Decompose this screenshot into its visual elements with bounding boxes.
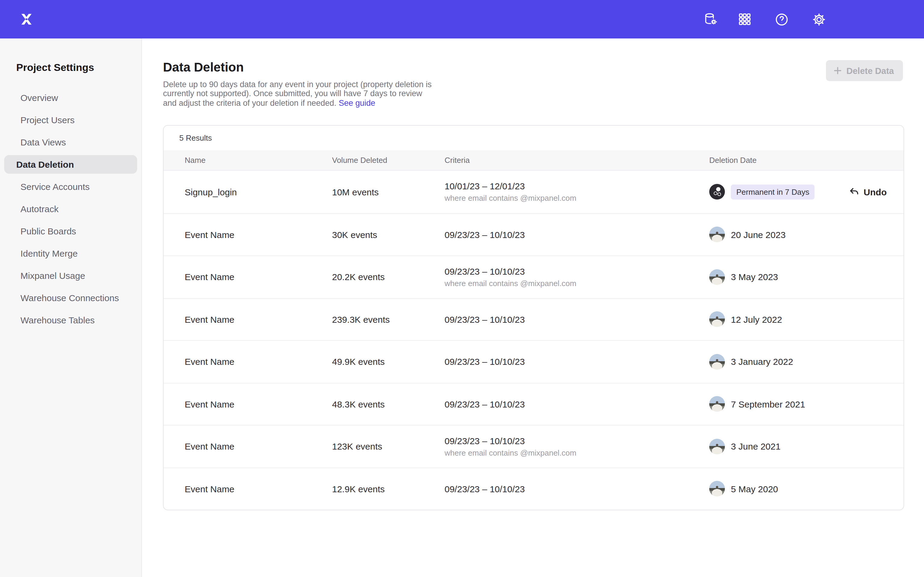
criteria-filter: where email contains @mixpanel.com xyxy=(444,279,709,288)
row-criteria: 09/23/23 – 10/10/23 xyxy=(444,357,709,367)
avatar xyxy=(709,396,725,412)
app-root: Project Settings Overview Project Users … xyxy=(0,0,924,577)
avatar xyxy=(709,312,725,327)
sidebar-item-data-views[interactable]: Data Views xyxy=(4,131,137,153)
sidebar-item-overview[interactable]: Overview xyxy=(4,87,137,109)
page-title: Data Deletion xyxy=(163,60,434,74)
sidebar-item-service-accounts[interactable]: Service Accounts xyxy=(4,176,137,198)
data-management-icon[interactable] xyxy=(699,8,721,30)
row-volume: 49.9K events xyxy=(332,357,444,367)
deletion-date-text: 3 June 2021 xyxy=(731,442,780,452)
deletion-date-text: 3 January 2022 xyxy=(731,357,793,367)
sidebar-item-warehouse-connections[interactable]: Warehouse Connections xyxy=(4,287,137,309)
undo-button-label: Undo xyxy=(864,187,887,197)
table-row: Event Name 48.3K events 09/23/23 – 10/10… xyxy=(164,382,903,425)
table-row: Event Name 30K events 09/23/23 – 10/10/2… xyxy=(164,213,903,255)
help-icon[interactable] xyxy=(771,8,792,30)
page-header: Data Deletion Delete up to 90 days data … xyxy=(163,60,434,108)
sidebar-item-warehouse-tables[interactable]: Warehouse Tables xyxy=(4,309,137,331)
criteria-filter: where email contains @mixpanel.com xyxy=(444,194,709,203)
row-deletion-date: Permanent in 7 Days Undo xyxy=(709,184,903,200)
row-name: Event Name xyxy=(185,484,332,494)
sidebar-item-project-users[interactable]: Project Users xyxy=(4,109,137,131)
deletion-date-text: 20 June 2023 xyxy=(731,230,786,240)
page-description-text: Delete up to 90 days data for any event … xyxy=(163,80,431,107)
deletion-date-text: 5 May 2020 xyxy=(731,484,778,494)
mixpanel-x-logo-icon xyxy=(19,11,34,27)
row-name: Event Name xyxy=(185,230,332,240)
table-row: Event Name 12.9K events 09/23/23 – 10/10… xyxy=(164,467,903,510)
sidebar-item-identity-merge[interactable]: Identity Merge xyxy=(4,242,137,264)
row-volume: 48.3K events xyxy=(332,399,444,409)
table-row: Signup_login 10M events 10/01/23 – 12/01… xyxy=(164,171,903,213)
sidebar-item-public-boards[interactable]: Public Boards xyxy=(4,220,137,242)
row-deletion-date: 20 June 2023 xyxy=(709,227,903,243)
criteria-range: 09/23/23 – 10/10/23 xyxy=(444,357,709,367)
avatar xyxy=(709,481,725,497)
column-header-deletion-date: Deletion Date xyxy=(709,156,903,165)
column-header-volume: Volume Deleted xyxy=(332,156,444,165)
see-guide-link[interactable]: See guide xyxy=(339,98,375,107)
topbar xyxy=(0,0,924,39)
criteria-filter: where email contains @mixpanel.com xyxy=(444,448,709,458)
row-criteria: 09/23/23 – 10/10/23 xyxy=(444,399,709,409)
criteria-range: 09/23/23 – 10/10/23 xyxy=(444,436,709,446)
row-volume: 30K events xyxy=(332,230,444,240)
deletion-date-text: 3 May 2023 xyxy=(731,272,778,282)
row-name: Event Name xyxy=(185,442,332,452)
row-name: Event Name xyxy=(185,399,332,409)
deletion-date-text: 12 July 2022 xyxy=(731,314,782,324)
row-name: Signup_login xyxy=(185,187,332,197)
row-deletion-date: 5 May 2020 xyxy=(709,481,903,497)
table-header: Name Volume Deleted Criteria Deletion Da… xyxy=(164,150,903,171)
criteria-range: 10/01/23 – 12/01/23 xyxy=(444,181,709,192)
sidebar-item-autotrack[interactable]: Autotrack xyxy=(4,198,137,220)
sidebar-title: Project Settings xyxy=(16,62,141,74)
apps-grid-icon[interactable] xyxy=(734,8,756,30)
table-row: Event Name 49.9K events 09/23/23 – 10/10… xyxy=(164,340,903,382)
row-volume: 239.3K events xyxy=(332,314,444,324)
settings-gear-icon[interactable] xyxy=(808,8,830,30)
row-deletion-date: 12 July 2022 xyxy=(709,312,903,327)
row-deletion-date: 7 September 2021 xyxy=(709,396,903,412)
undo-arrow-icon xyxy=(848,187,859,197)
delete-data-button-label: Delete Data xyxy=(846,66,894,76)
row-deletion-date: 3 May 2023 xyxy=(709,269,903,285)
row-name: Event Name xyxy=(185,272,332,282)
row-criteria: 09/23/23 – 10/10/23 xyxy=(444,484,709,494)
avatar xyxy=(709,439,725,455)
row-volume: 123K events xyxy=(332,442,444,452)
deletion-date-text: 7 September 2021 xyxy=(731,399,805,409)
plus-icon xyxy=(833,66,842,75)
row-volume: 20.2K events xyxy=(332,272,444,282)
criteria-range: 09/23/23 – 10/10/23 xyxy=(444,314,709,324)
row-criteria: 10/01/23 – 12/01/23 where email contains… xyxy=(444,181,709,203)
row-deletion-date: 3 January 2022 xyxy=(709,354,903,370)
status-badge: Permanent in 7 Days xyxy=(731,185,815,200)
row-deletion-date: 3 June 2021 xyxy=(709,439,903,455)
main-content: Data Deletion Delete up to 90 days data … xyxy=(142,39,924,577)
avatar xyxy=(709,354,725,370)
criteria-range: 09/23/23 – 10/10/23 xyxy=(444,399,709,409)
sidebar-item-data-deletion[interactable]: Data Deletion xyxy=(4,155,137,174)
table-row: Event Name 123K events 09/23/23 – 10/10/… xyxy=(164,425,903,467)
sidebar-item-mixpanel-usage[interactable]: Mixpanel Usage xyxy=(4,264,137,287)
avatar xyxy=(709,269,725,285)
row-criteria: 09/23/23 – 10/10/23 xyxy=(444,230,709,240)
undo-button[interactable]: Undo xyxy=(848,187,887,197)
criteria-range: 09/23/23 – 10/10/23 xyxy=(444,484,709,494)
row-volume: 12.9K events xyxy=(332,484,444,494)
mixpanel-logo[interactable] xyxy=(18,11,35,27)
avatar xyxy=(709,184,725,200)
row-criteria: 09/23/23 – 10/10/23 xyxy=(444,314,709,324)
column-header-criteria: Criteria xyxy=(444,156,709,165)
page-description: Delete up to 90 days data for any event … xyxy=(163,80,434,108)
avatar xyxy=(709,227,725,243)
row-criteria: 09/23/23 – 10/10/23 where email contains… xyxy=(444,436,709,458)
table-row: Event Name 239.3K events 09/23/23 – 10/1… xyxy=(164,298,903,340)
deletion-table-card: 5 Results Name Volume Deleted Criteria D… xyxy=(163,125,904,510)
row-name: Event Name xyxy=(185,314,332,324)
criteria-range: 09/23/23 – 10/10/23 xyxy=(444,230,709,240)
row-name: Event Name xyxy=(185,357,332,367)
delete-data-button[interactable]: Delete Data xyxy=(826,60,903,81)
